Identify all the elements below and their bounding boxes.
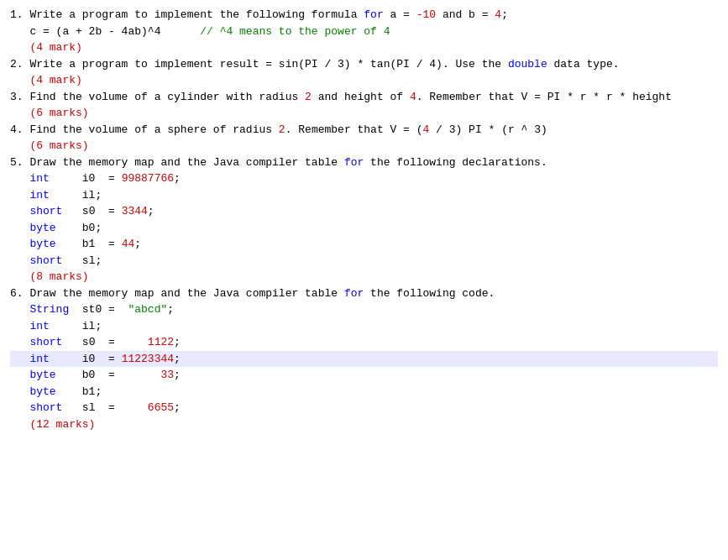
q2-marks: (4 mark) [10,72,718,89]
q5-decl3: short s0 = 3344; [10,203,718,220]
q5-decl6: short sl; [10,253,718,270]
main-content: 1. Write a program to implement the foll… [0,0,728,560]
q6-line1: 6. Draw the memory map and the Java comp… [10,285,718,302]
q1-line1: 1. Write a program to implement the foll… [10,7,718,24]
q5-decl2: int il; [10,187,718,204]
q4-line1: 4. Find the volume of a sphere of radius… [10,122,718,139]
q3-marks: (6 marks) [10,105,718,122]
q5-decl5: byte b1 = 44; [10,236,718,253]
q2-line1: 2. Write a program to implement result =… [10,56,718,73]
q1-line2: c = (a + 2b - 4ab)^4 // ^4 means to the … [10,24,718,40]
q3-line1: 3. Find the volume of a cylinder with ra… [10,89,718,106]
q5-marks: (8 marks) [10,269,718,285]
q5-decl4: byte b0; [10,220,718,237]
q4-marks: (6 marks) [10,138,718,154]
q6-marks: (12 marks) [10,416,718,433]
q6-decl2: int il; [10,318,718,335]
q6-decl1: String st0 = "abcd"; [10,301,718,318]
q1-marks: (4 mark) [10,39,718,56]
q6-decl4: int i0 = 11223344; [10,351,718,368]
q6-decl6: byte b1; [10,384,718,400]
q6-decl3: short s0 = 1122; [10,334,718,351]
q5-line1: 5. Draw the memory map and the Java comp… [10,154,718,171]
q6-decl7: short sl = 6655; [10,400,718,416]
q6-decl5: byte b0 = 33; [10,367,718,384]
q5-decl1: int i0 = 99887766; [10,170,718,187]
